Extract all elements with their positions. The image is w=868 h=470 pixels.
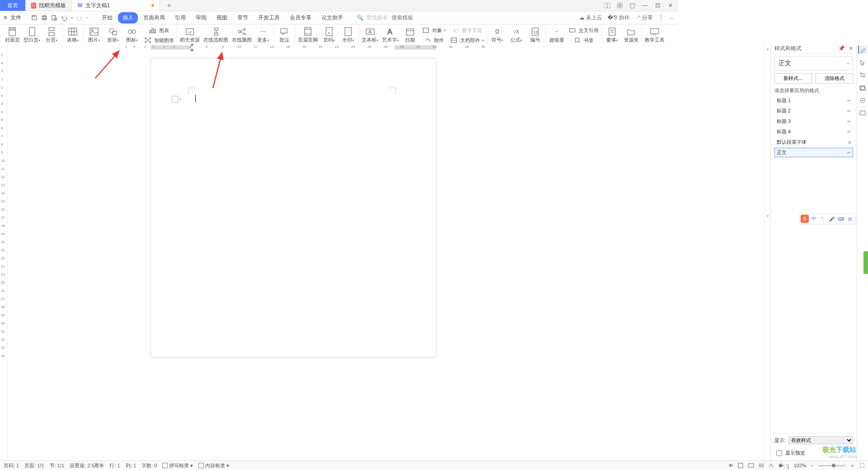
document-page[interactable] xyxy=(151,58,436,357)
blank-page-button[interactable]: 空白页▾ xyxy=(24,27,40,43)
file-menu[interactable]: 文件 xyxy=(10,14,21,22)
xref-button[interactable]: 交叉引用 xyxy=(568,26,599,35)
picture-icon xyxy=(90,27,99,36)
undo-dropdown[interactable]: ▾ xyxy=(71,16,73,20)
tab-thesis[interactable]: 论文助手 xyxy=(317,12,348,24)
paragraph-handle-icon[interactable] xyxy=(172,96,178,103)
svg-rect-4 xyxy=(617,6,619,8)
tab-start[interactable]: 开始 xyxy=(97,12,117,24)
indent-marker-bottom[interactable] xyxy=(190,48,194,51)
chart-button[interactable]: 图表 xyxy=(143,26,174,35)
tab-dev[interactable]: 开发工具 xyxy=(254,12,284,24)
symbol-button[interactable]: Ω符号▾ xyxy=(490,27,505,43)
tab-reference[interactable]: 引用 xyxy=(170,12,190,24)
search-template-input[interactable] xyxy=(391,14,429,21)
save-icon[interactable] xyxy=(31,14,38,21)
resource-button[interactable]: 资源夹 xyxy=(623,27,639,43)
minimize-button[interactable]: — xyxy=(641,1,649,9)
form-button[interactable]: 窗体▾ xyxy=(604,27,620,43)
docparts-button[interactable]: 文档部件▾ xyxy=(449,36,484,45)
mindmap-button[interactable]: 在线脑图 xyxy=(232,27,252,43)
page-number-button[interactable]: #页码▾ xyxy=(321,27,337,43)
maximize-button[interactable] xyxy=(654,1,662,9)
watermark-button[interactable]: 水印▾ xyxy=(340,27,356,43)
hyperlink-button[interactable]: 超链接 xyxy=(549,27,564,43)
svg-rect-38 xyxy=(214,33,218,35)
docer-res-icon xyxy=(185,27,194,36)
picture-button[interactable]: 图片▾ xyxy=(86,27,102,43)
redo-dropdown[interactable]: ▾ xyxy=(86,16,88,20)
textbox-button[interactable]: A文本框▾ xyxy=(362,27,378,43)
collab-button[interactable]: �⅋ 协作 xyxy=(608,14,629,22)
search-cmd-label[interactable]: 查找命令 xyxy=(366,14,388,22)
tab-home-label: 首页 xyxy=(7,2,18,9)
docer-resource-button[interactable]: 稻壳资源 xyxy=(180,27,200,43)
comment-label: 批注 xyxy=(279,37,289,43)
grid-icon[interactable] xyxy=(616,1,624,9)
tab-member[interactable]: 会员专享 xyxy=(285,12,316,24)
print-icon[interactable] xyxy=(41,14,47,21)
svg-point-32 xyxy=(145,38,146,39)
svg-text:A: A xyxy=(453,28,456,33)
tab-insert[interactable]: 插入 xyxy=(118,12,138,24)
svg-point-23 xyxy=(91,29,93,31)
undo-icon[interactable] xyxy=(61,14,67,21)
form-label: 窗体 xyxy=(606,37,616,42)
table-button[interactable]: 表格▾ xyxy=(65,27,80,43)
cloud-status[interactable]: ☁ 未上云 xyxy=(579,14,602,22)
preview-icon[interactable] xyxy=(51,14,57,21)
date-button[interactable]: 日期 xyxy=(402,27,418,43)
smartart-button[interactable]: 智能图形 xyxy=(143,36,174,45)
picture-label: 图片 xyxy=(88,37,98,42)
bookmark-button[interactable]: 书签 xyxy=(568,36,599,45)
tab-home[interactable]: 首页 xyxy=(0,0,26,11)
attach-button[interactable]: 附件 xyxy=(421,36,446,45)
svg-rect-25 xyxy=(113,31,117,35)
search-area: 🔍 查找命令 xyxy=(357,14,429,22)
teach-button[interactable]: 教学工具 xyxy=(645,27,665,43)
obj-label: 对象 xyxy=(432,27,442,34)
number-button[interactable]: 12编号 xyxy=(528,27,543,43)
indent-marker-top[interactable] xyxy=(190,44,194,47)
svg-point-41 xyxy=(244,28,245,30)
tab-review[interactable]: 审阅 xyxy=(191,12,211,24)
svg-rect-28 xyxy=(150,30,151,33)
svg-rect-16 xyxy=(49,28,54,31)
number-label: 编号 xyxy=(530,37,540,43)
tab-chapter[interactable]: 章节 xyxy=(233,12,253,24)
header-footer-button[interactable]: 页眉页脚 xyxy=(298,27,318,43)
share-button[interactable]: ↗ 分享 xyxy=(635,14,653,22)
skin-icon[interactable] xyxy=(628,1,637,9)
equation-button[interactable]: √X公式▾ xyxy=(509,27,524,43)
tab-layout[interactable]: 页面布局 xyxy=(139,12,170,24)
more-menu[interactable]: ⋮ xyxy=(658,14,664,21)
comment-button[interactable]: 批注 xyxy=(277,27,292,43)
page-break-button[interactable]: 分页▾ xyxy=(44,27,59,43)
dropcap-button[interactable]: A首字下沉 xyxy=(449,26,484,35)
shapes-button[interactable]: 形状▾ xyxy=(105,27,121,43)
tab-view[interactable]: 视图 xyxy=(212,12,232,24)
symbol-label: 符号 xyxy=(491,37,501,42)
close-button[interactable]: ✕ xyxy=(666,1,675,9)
tab-add[interactable]: ＋ xyxy=(160,0,178,11)
svg-rect-45 xyxy=(281,28,287,33)
blank-label: 空白页 xyxy=(24,37,38,42)
object-button[interactable]: 对象▾ xyxy=(421,26,446,35)
layout-icon[interactable] xyxy=(603,1,611,9)
tab-document[interactable]: W文字文稿1 xyxy=(72,0,160,11)
break-label: 分页 xyxy=(46,37,56,42)
flow-icon xyxy=(212,27,221,36)
equation-icon: √X xyxy=(512,27,521,36)
textbox-label: 文本框 xyxy=(362,37,377,42)
collapse-ribbon[interactable]: ︿ xyxy=(669,14,675,22)
menu-icon[interactable]: ≡ xyxy=(4,14,7,21)
wordart-button[interactable]: A艺术字▾ xyxy=(382,27,399,43)
cover-page-button[interactable]: 封面页 xyxy=(5,27,20,43)
work-area: 2421123456789101112131415161718192021222… xyxy=(0,44,678,367)
redo-icon[interactable] xyxy=(76,14,83,21)
icons-button[interactable]: 图标▾ xyxy=(124,27,140,43)
tab-templates[interactable]: D找稻壳模板 xyxy=(26,0,72,11)
svg-line-52 xyxy=(346,29,350,34)
flowchart-button[interactable]: 在线流程图 xyxy=(203,27,228,43)
more-button[interactable]: ⋯更多▾ xyxy=(255,27,271,43)
